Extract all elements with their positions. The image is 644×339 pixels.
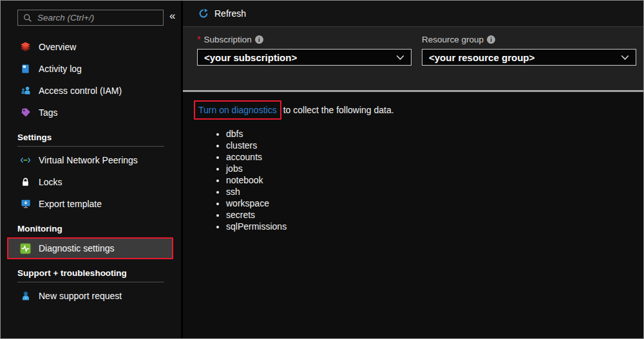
resource-group-filter: Resource group i <your resource group> <box>422 33 636 66</box>
resource-group-label-row: Resource group i <box>422 33 636 45</box>
sidebar-item-access-control[interactable]: Access control (IAM) <box>1 80 181 102</box>
sidebar-item-overview[interactable]: Overview <box>1 36 181 58</box>
subscription-value: <your subscription> <box>204 52 297 63</box>
resource-group-value: <your resource group> <box>429 52 535 63</box>
collapse-sidebar-icon[interactable]: « <box>169 10 175 21</box>
azure-portal-screen: « Overview Activity log <box>0 0 644 339</box>
list-item: workspace <box>226 197 630 209</box>
divider <box>17 146 164 147</box>
filter-bar: * Subscription i <your subscription> Res… <box>183 27 643 92</box>
list-item: dbfs <box>226 128 630 140</box>
divider <box>17 282 164 282</box>
subscription-label-row: * Subscription i <box>197 33 412 45</box>
sidebar-item-locks[interactable]: Locks <box>1 171 181 193</box>
main-panel: Refresh * Subscription i <your subscript… <box>183 1 643 338</box>
subscription-dropdown[interactable]: <your subscription> <box>197 49 412 66</box>
diagnostic-settings-icon <box>20 243 31 254</box>
required-asterisk: * <box>197 34 200 44</box>
turn-on-diagnostics-annotation: Turn on diagnostics <box>194 100 281 120</box>
resource-menu-sidebar: « Overview Activity log <box>1 1 183 338</box>
info-icon[interactable]: i <box>487 35 495 44</box>
activity-log-icon <box>20 64 31 75</box>
refresh-label: Refresh <box>214 8 246 19</box>
sidebar-item-vnet-peerings[interactable]: Virtual Network Peerings <box>1 149 181 171</box>
refresh-icon <box>198 8 209 19</box>
list-item: accounts <box>226 151 630 163</box>
sidebar-item-label: Activity log <box>39 64 82 74</box>
export-template-icon <box>20 199 31 210</box>
databricks-icon <box>20 42 31 53</box>
chevron-down-icon <box>396 55 404 60</box>
list-item: ssh <box>226 186 630 197</box>
vnet-peerings-icon <box>20 155 31 166</box>
section-header-settings: Settings <box>17 133 164 142</box>
sidebar-item-label: Diagnostic settings <box>39 243 115 253</box>
diagnostic-categories-list: dbfs clusters accounts jobs notebook ssh… <box>194 128 630 232</box>
list-item: clusters <box>226 140 630 151</box>
command-bar: Refresh <box>183 1 643 27</box>
sidebar-item-label: Tags <box>39 107 58 118</box>
access-control-icon <box>20 86 31 96</box>
list-item: secrets <box>226 209 630 221</box>
sidebar-item-label: Virtual Network Peerings <box>39 155 138 165</box>
sidebar-item-label: Export template <box>39 199 102 209</box>
chevron-down-icon <box>621 55 629 60</box>
sidebar-search-row: « <box>1 1 181 26</box>
search-box[interactable] <box>17 10 164 26</box>
sidebar-item-tags[interactable]: Tags <box>1 102 181 124</box>
search-icon <box>23 14 32 23</box>
sidebar-item-diagnostic-settings[interactable]: Diagnostic settings <box>7 237 173 259</box>
lead-sentence: Turn on diagnostics to collect the follo… <box>194 100 630 120</box>
sidebar-item-label: Access control (IAM) <box>39 86 122 96</box>
lead-sentence-rest: to collect the following data. <box>283 105 394 115</box>
lock-icon <box>20 177 31 188</box>
list-item: jobs <box>226 163 630 174</box>
diagnostics-content: Turn on diagnostics to collect the follo… <box>183 92 643 338</box>
sidebar-item-new-support-request[interactable]: New support request <box>1 285 181 307</box>
support-request-icon <box>20 291 31 302</box>
subscription-filter: * Subscription i <your subscription> <box>197 33 412 66</box>
resource-menu-nav: Overview Activity log Access control (IA… <box>1 36 181 307</box>
section-header-monitoring: Monitoring <box>17 224 164 234</box>
sidebar-item-label: Locks <box>39 177 62 187</box>
resource-group-label: Resource group <box>422 35 484 44</box>
sidebar-item-label: Overview <box>39 42 76 52</box>
search-input[interactable] <box>37 13 158 23</box>
subscription-label: Subscription <box>204 35 251 44</box>
section-header-support: Support + troubleshooting <box>17 268 164 278</box>
list-item: notebook <box>226 174 630 186</box>
turn-on-diagnostics-link[interactable]: Turn on diagnostics <box>198 105 277 115</box>
info-icon[interactable]: i <box>255 35 263 44</box>
sidebar-item-label: New support request <box>39 291 122 301</box>
refresh-button[interactable]: Refresh <box>198 8 246 19</box>
tag-icon <box>20 107 31 118</box>
sidebar-item-activity-log[interactable]: Activity log <box>1 58 181 80</box>
sidebar-item-export-template[interactable]: Export template <box>1 193 181 215</box>
resource-group-dropdown[interactable]: <your resource group> <box>422 49 636 66</box>
list-item: sqlPermissions <box>226 221 630 232</box>
